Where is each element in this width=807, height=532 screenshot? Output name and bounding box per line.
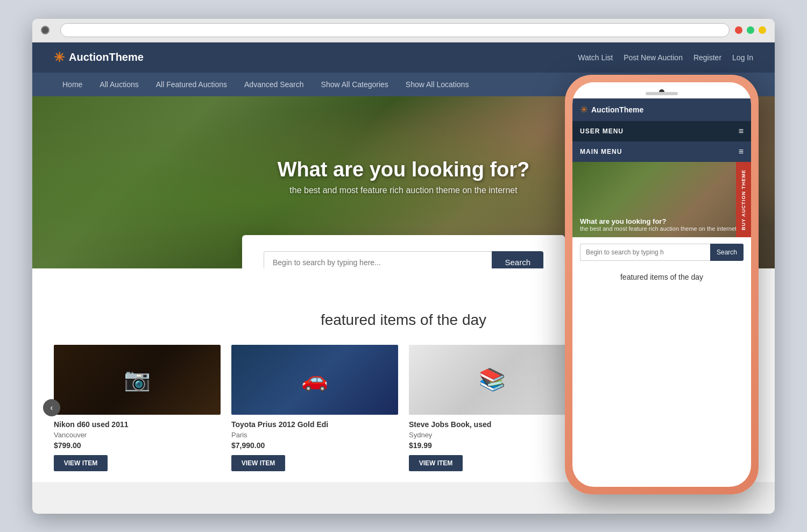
buy-badge: BUY AUCTION THEME bbox=[736, 162, 751, 237]
search-box: Search bbox=[242, 235, 565, 268]
product-location: Vancouver bbox=[54, 431, 221, 439]
site-logo: ✳ AuctionTheme bbox=[54, 50, 144, 65]
nav-item-locations[interactable]: Show All Locations bbox=[397, 73, 478, 96]
product-price: $19.99 bbox=[409, 441, 576, 450]
nav-register[interactable]: Register bbox=[693, 53, 721, 62]
product-image-car bbox=[231, 345, 398, 415]
phone-logo-icon: ✳ bbox=[580, 104, 588, 116]
browser-address-bar[interactable] bbox=[60, 23, 730, 37]
nav-login[interactable]: Log In bbox=[732, 53, 753, 62]
phone-main-menu-bar: MAIN MENU ≡ bbox=[572, 141, 751, 162]
phone-notch bbox=[572, 82, 751, 98]
website-wrapper: ✳ AuctionTheme Watch List Post New Aucti… bbox=[32, 42, 775, 514]
phone-speaker bbox=[646, 92, 678, 95]
phone-featured-title: featured items of the day bbox=[572, 267, 751, 287]
browser-target-icon bbox=[41, 26, 49, 34]
product-price: $799.00 bbox=[54, 441, 221, 450]
product-location: Paris bbox=[231, 431, 398, 439]
close-button[interactable] bbox=[735, 26, 742, 34]
logo-text: AuctionTheme bbox=[69, 51, 144, 63]
product-name: Nikon d60 used 2011 bbox=[54, 420, 221, 429]
phone-main-menu-label: MAIN MENU bbox=[580, 148, 622, 155]
product-price: $7,990.00 bbox=[231, 441, 398, 450]
product-image-book bbox=[409, 345, 576, 415]
browser-controls bbox=[735, 26, 766, 34]
phone-user-menu-label: USER MENU bbox=[580, 127, 624, 135]
phone-hero-subtitle: the best and most feature rich auction t… bbox=[580, 225, 737, 232]
view-item-button[interactable]: VIEW ITEM bbox=[409, 455, 463, 471]
product-name: Toyota Prius 2012 Gold Edi bbox=[231, 420, 398, 429]
nav-item-all-auctions[interactable]: All Auctions bbox=[91, 73, 147, 96]
product-card: Nikon d60 used 2011 Vancouver $799.00 VI… bbox=[54, 345, 221, 471]
site-header: ✳ AuctionTheme Watch List Post New Aucti… bbox=[32, 42, 775, 73]
prev-button[interactable]: ‹ bbox=[43, 399, 60, 416]
product-location: Sydney bbox=[409, 431, 576, 439]
minimize-button[interactable] bbox=[747, 26, 754, 34]
phone-search-button[interactable]: Search bbox=[710, 244, 744, 261]
phone-hero-title: What are you looking for? bbox=[580, 217, 737, 225]
phone-logo-text: AuctionTheme bbox=[591, 105, 643, 114]
search-button[interactable]: Search bbox=[492, 251, 543, 268]
view-item-button[interactable]: VIEW ITEM bbox=[231, 455, 285, 471]
view-item-button[interactable]: VIEW ITEM bbox=[54, 455, 108, 471]
phone-search-input[interactable] bbox=[580, 244, 710, 261]
nav-item-categories[interactable]: Show All Categories bbox=[313, 73, 397, 96]
nav-item-home[interactable]: Home bbox=[54, 73, 91, 96]
hero-subtitle: the best and most feature rich auction t… bbox=[278, 186, 530, 195]
phone-screen: ✳ AuctionTheme USER MENU ≡ MAIN MENU ≡ bbox=[572, 82, 751, 487]
product-card: Toyota Prius 2012 Gold Edi Paris $7,990.… bbox=[231, 345, 398, 471]
phone-user-menu-bar: USER MENU ≡ bbox=[572, 121, 751, 141]
product-card: Steve Jobs Book, used Sydney $19.99 VIEW… bbox=[409, 345, 576, 471]
hero-title: What are you looking for? bbox=[278, 158, 530, 181]
nav-item-featured[interactable]: All Featured Auctions bbox=[147, 73, 236, 96]
mobile-phone-overlay: ✳ AuctionTheme USER MENU ≡ MAIN MENU ≡ bbox=[565, 75, 759, 494]
browser-titlebar bbox=[32, 19, 775, 42]
browser-window: ✳ AuctionTheme Watch List Post New Aucti… bbox=[32, 19, 775, 514]
header-nav: Watch List Post New Auction Register Log… bbox=[578, 53, 753, 62]
phone-search-area: Search bbox=[572, 237, 751, 267]
product-name: Steve Jobs Book, used bbox=[409, 420, 576, 429]
product-image-camera bbox=[54, 345, 221, 415]
hero-content: What are you looking for? the best and m… bbox=[278, 158, 530, 195]
phone-hero: What are you looking for? the best and m… bbox=[572, 162, 751, 237]
logo-sun-icon: ✳ bbox=[54, 50, 65, 65]
phone-hero-text: What are you looking for? the best and m… bbox=[580, 217, 737, 232]
nav-watchlist[interactable]: Watch List bbox=[578, 53, 613, 62]
phone-menu-hamburger-icon[interactable]: ≡ bbox=[739, 126, 744, 136]
maximize-button[interactable] bbox=[759, 26, 766, 34]
search-input[interactable] bbox=[264, 251, 492, 268]
nav-item-advanced-search[interactable]: Advanced Search bbox=[236, 73, 313, 96]
phone-body: ✳ AuctionTheme USER MENU ≡ MAIN MENU ≡ bbox=[565, 75, 759, 494]
nav-post-auction[interactable]: Post New Auction bbox=[624, 53, 683, 62]
phone-main-menu-hamburger-icon[interactable]: ≡ bbox=[739, 147, 744, 157]
phone-site-header: ✳ AuctionTheme bbox=[572, 98, 751, 121]
